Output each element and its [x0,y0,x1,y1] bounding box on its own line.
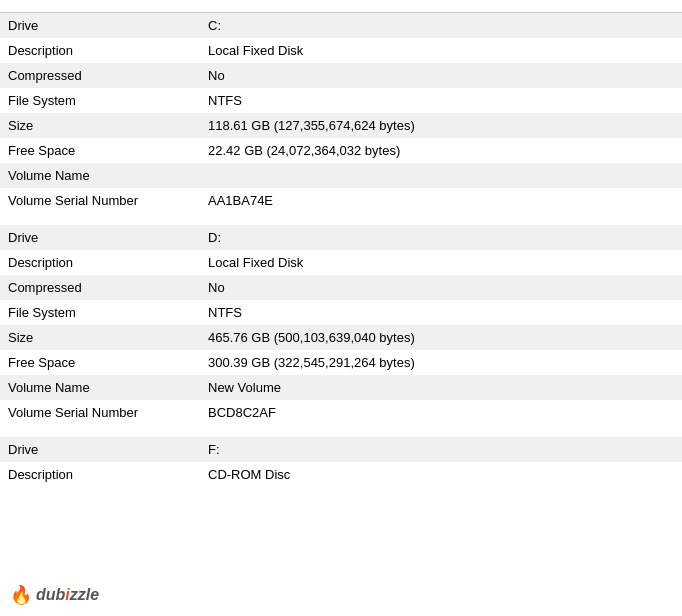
table-row: File SystemNTFS [0,88,682,113]
cell-item: Compressed [0,275,200,300]
table-row: DescriptionLocal Fixed Disk [0,38,682,63]
cell-value: BCD8C2AF [200,400,682,425]
table-row: DriveD: [0,225,682,250]
cell-value: No [200,275,682,300]
table-row: File SystemNTFS [0,300,682,325]
section-spacer [0,425,682,437]
cell-item: Size [0,325,200,350]
cell-item: Free Space [0,350,200,375]
header-item [0,0,200,13]
cell-item: Description [0,250,200,275]
cell-item: Description [0,462,200,487]
table-row: Volume NameNew Volume [0,375,682,400]
table-row: DescriptionLocal Fixed Disk [0,250,682,275]
cell-item: Size [0,113,200,138]
cell-item: File System [0,300,200,325]
table-row: DriveC: [0,13,682,39]
cell-value: 300.39 GB (322,545,291,264 bytes) [200,350,682,375]
table-row: DescriptionCD-ROM Disc [0,462,682,487]
table-row: DriveF: [0,437,682,462]
table-row: Volume Name [0,163,682,188]
cell-item: Volume Name [0,163,200,188]
cell-value: 22.42 GB (24,072,364,032 bytes) [200,138,682,163]
watermark: 🔥 dubizzle [10,584,99,606]
table-row: CompressedNo [0,63,682,88]
table-row: Free Space300.39 GB (322,545,291,264 byt… [0,350,682,375]
cell-value [200,163,682,188]
cell-value: 118.61 GB (127,355,674,624 bytes) [200,113,682,138]
cell-item: Compressed [0,63,200,88]
cell-value: CD-ROM Disc [200,462,682,487]
header-value [200,0,682,13]
cell-value: No [200,63,682,88]
cell-item: Volume Serial Number [0,400,200,425]
cell-value: C: [200,13,682,39]
section-spacer [0,213,682,225]
cell-item: Description [0,38,200,63]
cell-value: AA1BA74E [200,188,682,213]
cell-item: Drive [0,437,200,462]
watermark-text: dubizzle [36,586,99,604]
watermark-accent: i [65,586,69,603]
cell-item: Drive [0,225,200,250]
table-row: Size465.76 GB (500,103,639,040 bytes) [0,325,682,350]
cell-value: D: [200,225,682,250]
table-header [0,0,682,13]
table-row: Size118.61 GB (127,355,674,624 bytes) [0,113,682,138]
cell-value: 465.76 GB (500,103,639,040 bytes) [200,325,682,350]
cell-value: NTFS [200,88,682,113]
table-row: Volume Serial NumberAA1BA74E [0,188,682,213]
cell-item: Drive [0,13,200,39]
cell-value: F: [200,437,682,462]
cell-item: Volume Name [0,375,200,400]
table-row: Volume Serial NumberBCD8C2AF [0,400,682,425]
flame-icon: 🔥 [10,584,32,606]
cell-value: New Volume [200,375,682,400]
cell-value: Local Fixed Disk [200,250,682,275]
main-table: DriveC:DescriptionLocal Fixed DiskCompre… [0,0,682,487]
cell-value: Local Fixed Disk [200,38,682,63]
cell-item: File System [0,88,200,113]
cell-value: NTFS [200,300,682,325]
cell-item: Free Space [0,138,200,163]
table-row: CompressedNo [0,275,682,300]
cell-item: Volume Serial Number [0,188,200,213]
table-row: Free Space22.42 GB (24,072,364,032 bytes… [0,138,682,163]
